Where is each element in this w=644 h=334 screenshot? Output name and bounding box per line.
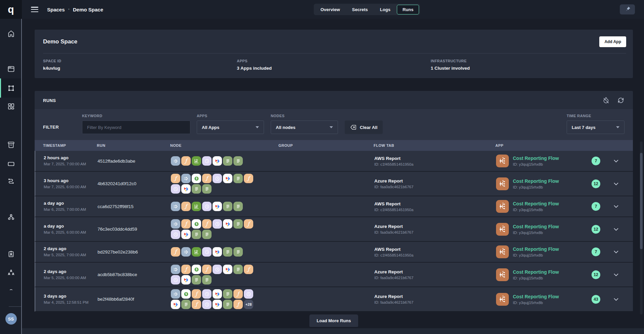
refresh-button[interactable] <box>617 97 624 104</box>
app-cell: Cost Reporting Flow ID: y3qujj15rhx8b <box>496 200 584 213</box>
run-absolute-time: Mar 6, 2025, 6:00:00 AM <box>44 230 98 235</box>
timestamp-cell: a day ago Mar 6, 2025, 6:00:00 AM <box>44 224 98 235</box>
sidebar-item-member-badge[interactable] <box>7 250 15 258</box>
sidebar-item-network[interactable] <box>7 213 15 221</box>
space-id-label: SPACE ID <box>43 59 237 63</box>
app-name-link[interactable]: Cost Reporting Flow <box>513 269 559 275</box>
expand-chevron-icon[interactable] <box>612 226 620 233</box>
tab-logs[interactable]: Logs <box>374 5 396 14</box>
keyword-label: KEYWORD <box>82 114 190 118</box>
pin-button[interactable] <box>620 4 635 14</box>
transfer-node-icon <box>181 174 191 183</box>
table-row[interactable]: 2 hours ago Mar 7, 2025, 7:00:00 AM 4512… <box>35 151 633 172</box>
tab-secrets[interactable]: Secrets <box>346 5 374 14</box>
flow-tab-id: ID: c1f455851451950a <box>374 253 496 257</box>
col-flow-tab: FLOW TAB <box>374 143 495 147</box>
sidebar-item-more[interactable] <box>7 286 15 294</box>
table-scrollbar[interactable] <box>640 141 643 314</box>
table-row[interactable]: 3 days ago Mar 4, 2025, 12:58:51 PM be2f… <box>35 287 633 312</box>
tab-runs[interactable]: Runs <box>397 5 419 14</box>
node-overflow-chip[interactable]: +28 <box>244 300 253 309</box>
col-node: NODE <box>170 143 278 147</box>
keyword-search-input[interactable] <box>82 121 190 134</box>
app-name-link[interactable]: Cost Reporting Flow <box>513 246 559 252</box>
flow-tab-name: Azure Report <box>374 224 496 229</box>
run-relative-time: a day ago <box>44 201 98 206</box>
apps-select[interactable]: All Apps <box>197 121 264 134</box>
flow-tab-name: Azure Report <box>374 294 496 299</box>
timer-off-button[interactable] <box>602 97 610 104</box>
timer-node-icon <box>202 300 212 309</box>
sidebar-item-team[interactable] <box>7 269 15 277</box>
nodes-select[interactable]: All nodes <box>271 121 338 134</box>
layout-icon <box>7 102 15 110</box>
list-node-icon <box>223 289 232 299</box>
timer-node-icon <box>171 230 180 239</box>
runs-section-title: RUNS <box>43 98 56 103</box>
user-avatar[interactable]: SS <box>5 313 17 325</box>
time-range-select[interactable]: Last 7 days <box>567 121 624 134</box>
refresh-icon <box>617 97 624 104</box>
expand-chevron-icon[interactable] <box>612 180 620 188</box>
list-node-icon <box>223 156 232 166</box>
col-group: GROUP <box>278 143 374 147</box>
breadcrumb-spaces[interactable]: Spaces <box>47 7 65 12</box>
timestamp-cell: 2 hours ago Mar 7, 2025, 7:00:00 AM <box>44 155 98 167</box>
function-node-icon: ƒ <box>233 289 243 299</box>
table-row[interactable]: 3 hours ago Mar 7, 2025, 6:00:00 AM 4b63… <box>35 172 633 196</box>
window-icon <box>7 65 15 73</box>
scrollbar-thumb[interactable] <box>640 153 643 249</box>
expand-chevron-icon[interactable] <box>612 296 620 303</box>
pin-icon <box>624 6 631 13</box>
add-app-button[interactable]: Add App <box>599 36 626 47</box>
apps-field: APPS 3 Apps included <box>237 59 430 71</box>
load-more-runs-button[interactable]: Load More Runs <box>309 314 358 327</box>
flow-tab-name: AWS Report <box>374 156 496 161</box>
table-row[interactable]: 2 days ago Mar 5, 2025, 6:00:00 AM acdb5… <box>35 263 633 287</box>
flow-tab-name: Azure Report <box>374 178 496 183</box>
sidebar-item-archive[interactable] <box>7 141 15 149</box>
infrastructure-field: INFRASTRUCTURE 1 Cluster involved <box>431 59 624 71</box>
app-cell: Cost Reporting Flow ID: y3qujj15rhx8b <box>496 245 584 258</box>
timer-node-icon <box>202 202 212 211</box>
apps-value: 3 Apps included <box>237 66 430 71</box>
sidebar-item-apps-window[interactable] <box>7 65 15 73</box>
table-row[interactable]: a day ago Mar 6, 2025, 7:00:00 AM cca6d2… <box>35 196 633 217</box>
app-logo[interactable]: q <box>0 0 22 19</box>
expand-chevron-icon[interactable] <box>612 248 620 256</box>
sidebar-item-card[interactable] <box>7 160 15 168</box>
app-name-link[interactable]: Cost Reporting Flow <box>513 201 559 206</box>
send-node-icon <box>213 289 222 299</box>
hamburger-menu-icon[interactable] <box>31 7 38 12</box>
sidebar-item-home[interactable] <box>7 30 15 38</box>
frame-icon <box>7 84 15 92</box>
flow-tab-id: ID: faa0a9c4621b6767 <box>374 185 496 189</box>
clear-all-button[interactable]: Clear All <box>345 121 383 134</box>
flow-app-icon <box>496 223 509 236</box>
flow-tab-cell: Azure Report ID: faa0a9c4621b6767 <box>374 269 496 280</box>
table-row[interactable]: 2 days ago Mar 5, 2025, 7:00:00 AM bd292… <box>35 242 633 263</box>
app-name-link[interactable]: Cost Reporting Flow <box>513 224 559 229</box>
sidebar-divider <box>9 306 22 307</box>
flow-tab-id: ID: faa0a9c4621b6767 <box>374 276 496 280</box>
expand-chevron-icon[interactable] <box>612 271 620 278</box>
tab-overview[interactable]: Overview <box>315 5 346 14</box>
badge-icon <box>7 250 15 258</box>
svg-text:$: $ <box>195 268 197 271</box>
expand-chevron-icon[interactable] <box>612 157 620 165</box>
app-name-link[interactable]: Cost Reporting Flow <box>513 178 559 184</box>
table-row[interactable]: a day ago Mar 6, 2025, 6:00:00 AM 76c3ec… <box>35 217 633 242</box>
run-absolute-time: Mar 5, 2025, 6:00:00 AM <box>44 275 98 280</box>
sidebar-item-dashboard[interactable] <box>7 102 15 110</box>
sidebar-item-route[interactable] <box>7 177 15 185</box>
flow-tab-id: ID: c1f455851451950a <box>374 162 496 166</box>
sidebar-item-spaces-frame[interactable] <box>7 84 15 92</box>
app-name-link[interactable]: Cost Reporting Flow <box>513 156 559 161</box>
app-name-link[interactable]: Cost Reporting Flow <box>513 294 559 299</box>
network-icon <box>7 213 15 221</box>
expand-chevron-icon[interactable] <box>612 203 620 210</box>
table-header: TIMESTAMP RUN NODE GROUP FLOW TAB APP <box>35 140 633 151</box>
route-icon <box>7 177 15 185</box>
page-content: Demo Space Add App SPACE ID k4uvlug APPS… <box>22 19 644 334</box>
run-id: 4512ffade6db3abe <box>98 159 171 164</box>
